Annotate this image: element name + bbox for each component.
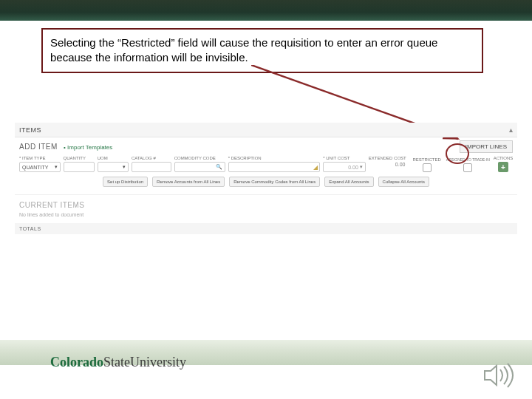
add-line-button[interactable]: +	[498, 162, 508, 172]
remove-accounts-button[interactable]: Remove Accounts from All Lines	[152, 177, 225, 187]
col-description: * DESCRIPTION	[228, 156, 321, 160]
logo-part1: Colorado	[50, 355, 103, 369]
csu-logo: ColoradoStateUniversity	[50, 355, 186, 370]
col-item-type: * ITEM TYPE	[19, 156, 61, 160]
chevron-down-icon: ▾	[55, 164, 58, 170]
import-templates-link[interactable]: • Import Templates	[64, 144, 112, 151]
quantity-field[interactable]	[64, 162, 95, 172]
remove-commodity-button[interactable]: Remove Commodity Codes from All Lines	[229, 177, 320, 187]
items-panel-header[interactable]: ITEMS ▴	[15, 123, 517, 137]
uom-select[interactable]: ▾	[98, 162, 129, 172]
current-items-heading: CURRENT ITEMS	[15, 195, 517, 212]
slide-top-bar	[0, 0, 532, 21]
expand-all-button[interactable]: Expand All Accounts	[324, 177, 373, 187]
highlight-circle	[446, 143, 469, 164]
description-field[interactable]: ◢	[228, 162, 321, 172]
col-unit-cost: * UNIT COST	[323, 156, 366, 160]
extended-value: 0.00	[369, 162, 409, 172]
logo-part3: University	[130, 355, 186, 369]
chevron-down-icon: ▾	[360, 164, 363, 170]
setup-distribution-button[interactable]: Set up Distribution	[103, 177, 148, 187]
totals-row: TOTALS	[15, 223, 517, 234]
unit-cost-field[interactable]: 0.00▾	[323, 162, 366, 172]
instruction-callout: Selecting the “Restricted” field will ca…	[41, 28, 483, 73]
items-panel-title: ITEMS	[19, 126, 41, 134]
col-uom: UOM	[98, 156, 129, 160]
add-item-title: ADD ITEM	[19, 143, 58, 151]
chevron-up-icon[interactable]: ▴	[509, 126, 514, 134]
no-lines-text: No lines added to document	[15, 212, 517, 223]
col-actions: ACTIONS	[494, 156, 514, 160]
search-icon: 🔍	[216, 164, 222, 170]
expand-icon[interactable]: ◢	[313, 164, 318, 171]
commodity-field[interactable]: 🔍	[174, 162, 225, 172]
catalog-field[interactable]	[132, 162, 171, 172]
col-commodity: COMMODITY CODE	[174, 156, 225, 160]
requisition-app: ITEMS ▴ ADD ITEM • Import Templates IMPO…	[15, 123, 517, 234]
chevron-down-icon: ▾	[123, 164, 126, 170]
item-type-select[interactable]: QUANTITY▾	[19, 162, 61, 172]
speaker-icon	[480, 361, 519, 390]
col-extended: EXTENDED COST	[369, 156, 409, 160]
restricted-checkbox[interactable]	[423, 163, 432, 172]
callout-text: Selecting the “Restricted” field will ca…	[50, 36, 437, 64]
col-catalog: CATALOG #	[132, 156, 171, 160]
col-quantity: QUANTITY	[64, 156, 95, 160]
add-item-row: ADD ITEM • Import Templates IMPORT LINES	[15, 137, 517, 156]
add-item-columns: * ITEM TYPE QUANTITY▾ QUANTITY UOM ▾ CAT…	[15, 156, 517, 172]
logo-part2: State	[103, 355, 130, 369]
col-restricted: RESTRICTED	[412, 157, 440, 162]
line-actions-row: Set up Distribution Remove Accounts from…	[15, 172, 517, 195]
collapse-all-button[interactable]: Collapse All Accounts	[378, 177, 429, 187]
assigned-checkbox[interactable]	[463, 163, 472, 172]
